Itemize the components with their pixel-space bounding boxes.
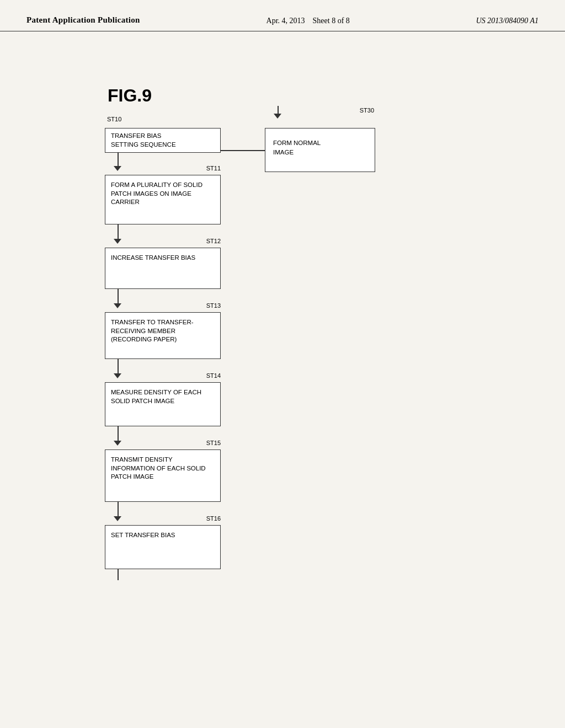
arrow-to-st16: ST16 (105, 502, 221, 525)
st15-box: TRANSMIT DENSITY INFORMATION OF EACH SOL… (105, 449, 221, 502)
patent-label: US 2013/084090 A1 (476, 15, 539, 25)
right-flowchart: ST30 FORM NORMAL IMAGE (265, 116, 375, 172)
st15-label: ST15 (206, 440, 221, 446)
st12-label: ST12 (206, 238, 221, 244)
st13-box: TRANSFER TO TRANSFER-RECEIVING MEMBER (R… (105, 312, 221, 359)
arrow-to-st12: ST12 (105, 224, 221, 248)
st14-box: MEASURE DENSITY OF EACH SOLID PATCH IMAG… (105, 382, 221, 426)
st30-text-line1: FORM NORMAL (273, 140, 321, 146)
st12-text: INCREASE TRANSFER BIAS (111, 254, 195, 261)
st11-label: ST11 (206, 165, 221, 172)
st11-box: FORM A PLURALITY OF SOLID PATCH IMAGES O… (105, 175, 221, 224)
st13-text: TRANSFER TO TRANSFER-RECEIVING MEMBER (R… (111, 319, 194, 342)
page-header: Patent Application Publication Apr. 4, 2… (0, 0, 565, 31)
st16-box: SET TRANSFER BIAS (105, 525, 221, 569)
sheet-label: Sheet 8 of 8 (313, 17, 350, 25)
left-flowchart: ST10 TRANSFER BIAS SETTING SEQUENCE ST11… (105, 116, 221, 586)
publication-label: Patent Application Publication (26, 15, 140, 25)
figure-label: FIG.9 (108, 85, 152, 106)
st13-label: ST13 (206, 302, 221, 309)
arrow-to-st15: ST15 (105, 426, 221, 449)
st14-label: ST14 (206, 372, 221, 379)
st10-label: ST10 (107, 116, 121, 122)
st30-box: FORM NORMAL IMAGE (265, 128, 375, 172)
st30-header: ST30 (265, 116, 375, 127)
arrow-to-st11: ST11 (105, 153, 221, 175)
horizontal-connector (220, 150, 265, 151)
st15-text: TRANSMIT DENSITY INFORMATION OF EACH SOL… (111, 456, 206, 480)
bottom-arrow (105, 569, 221, 586)
st14-text: MEASURE DENSITY OF EACH SOLID PATCH IMAG… (111, 389, 201, 404)
st11-text: FORM A PLURALITY OF SOLID PATCH IMAGES O… (111, 181, 202, 205)
st16-text: SET TRANSFER BIAS (111, 532, 175, 538)
st30-text-line2: IMAGE (273, 149, 294, 156)
date-label: Apr. 4, 2013 (266, 17, 305, 25)
date-sheet-label: Apr. 4, 2013 Sheet 8 of 8 (266, 15, 350, 25)
arrow-to-st13: ST13 (105, 289, 221, 312)
st30-label: ST30 (360, 107, 374, 114)
arrow-to-st14: ST14 (105, 359, 221, 382)
st10-title-box: TRANSFER BIAS SETTING SEQUENCE (105, 128, 221, 153)
st10-title-line1: TRANSFER BIAS (111, 132, 161, 139)
st10-title-line2: SETTING SEQUENCE (111, 141, 176, 148)
st16-label: ST16 (206, 515, 221, 522)
st12-box: INCREASE TRANSFER BIAS (105, 248, 221, 289)
st10-header: ST10 (105, 116, 221, 127)
